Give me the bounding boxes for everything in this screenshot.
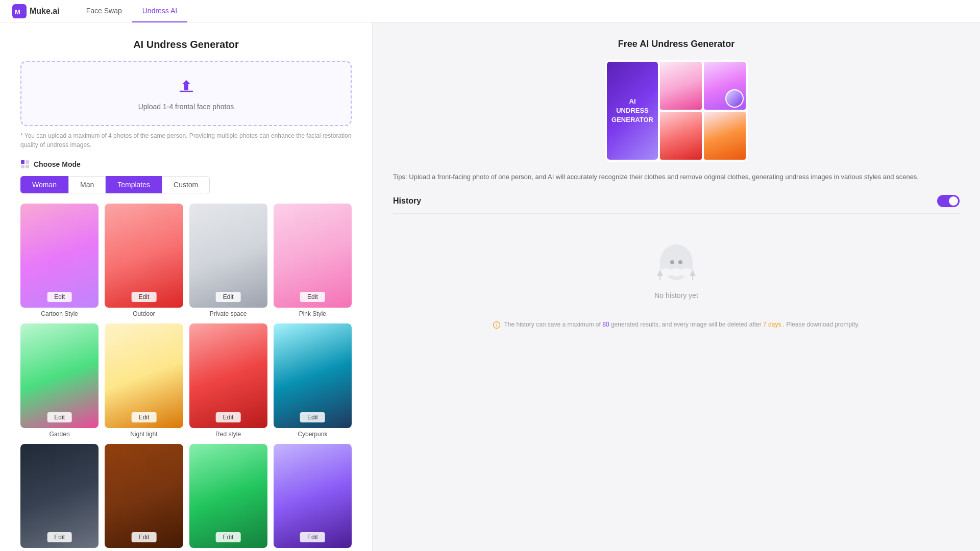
style-garden[interactable]: Edit Garden <box>20 323 99 437</box>
svg-point-12 <box>678 260 682 264</box>
header: M Muke.ai Face Swap Undress AI <box>0 0 980 22</box>
style-red-label: Red style <box>189 431 267 438</box>
logo-icon: M <box>12 4 27 18</box>
history-toggle[interactable] <box>937 195 960 207</box>
promo-text: AI UNDRESS GENERATOR <box>611 97 653 125</box>
style-private-label: Private space <box>189 310 267 317</box>
edit-night-btn[interactable]: Edit <box>132 412 157 422</box>
upload-label: Upload 1-4 frontal face photos <box>32 103 340 111</box>
left-panel: AI Undress Generator Upload 1-4 frontal … <box>0 22 373 551</box>
history-note: i The history can save a maximum of 80 g… <box>393 320 960 330</box>
style-pink[interactable]: Edit Pink Style <box>274 204 352 317</box>
right-panel: Free AI Undress Generator AI UNDRESS GEN… <box>373 22 980 551</box>
tab-custom[interactable]: Custom <box>162 176 210 193</box>
style-cartoon-label: Cartoon Style <box>20 310 99 317</box>
upload-note: * You can upload a maximum of 4 photos o… <box>20 131 352 149</box>
promo-text-cell: AI UNDRESS GENERATOR <box>607 62 658 160</box>
edit-leopard-btn[interactable]: Edit <box>132 532 157 542</box>
promo-cell-4 <box>704 112 746 160</box>
empty-history: No history yet <box>393 224 960 320</box>
choose-mode-label: Choose Mode <box>20 160 352 169</box>
style-green[interactable]: Edit Green Style <box>189 444 267 551</box>
history-title: History <box>393 196 421 206</box>
tab-woman[interactable]: Woman <box>20 176 68 193</box>
right-title: Free AI Undress Generator <box>393 39 960 49</box>
style-private[interactable]: Edit Private space <box>189 204 267 317</box>
style-cyber-label: Cyberpunk <box>274 431 352 438</box>
svg-rect-2 <box>21 160 24 164</box>
style-cyber[interactable]: Edit Cyberpunk <box>274 323 352 437</box>
main-layout: AI Undress Generator Upload 1-4 frontal … <box>0 22 980 551</box>
svg-point-11 <box>670 260 674 264</box>
nav-undress-ai[interactable]: Undress AI <box>132 0 187 22</box>
toggle-knob <box>949 196 958 206</box>
upload-area[interactable]: Upload 1-4 frontal face photos <box>20 61 352 126</box>
tab-templates[interactable]: Templates <box>106 176 162 193</box>
mode-icon <box>20 160 30 169</box>
style-garden-label: Garden <box>20 431 99 438</box>
style-outdoor-label: Outdoor <box>105 310 183 317</box>
style-red[interactable]: Edit Red style <box>189 323 267 437</box>
promo-image-grid: AI UNDRESS GENERATOR <box>605 60 748 162</box>
edit-pink-btn[interactable]: Edit <box>300 292 325 302</box>
history-header: History <box>393 195 960 214</box>
svg-rect-5 <box>26 165 29 168</box>
tab-man[interactable]: Man <box>68 176 106 193</box>
edit-private-btn[interactable]: Edit <box>216 292 241 302</box>
tips-text: Tips: Upload a front-facing photo of one… <box>393 172 960 183</box>
style-cartoon[interactable]: Edit Cartoon Style <box>20 204 99 317</box>
style-black[interactable]: Edit Black Style <box>20 444 99 551</box>
promo-cell-2 <box>704 62 746 110</box>
edit-green-btn[interactable]: Edit <box>216 532 241 542</box>
edit-black-btn[interactable]: Edit <box>47 532 72 542</box>
promo-cell-1 <box>660 62 702 110</box>
style-night-label: Night light <box>105 431 183 438</box>
svg-text:M: M <box>15 8 20 16</box>
edit-outdoor-btn[interactable]: Edit <box>132 292 157 302</box>
page-title: AI Undress Generator <box>20 39 352 51</box>
info-icon: i <box>493 321 500 329</box>
empty-text: No history yet <box>393 291 960 299</box>
svg-rect-4 <box>21 165 24 168</box>
promo-cell-3 <box>660 112 702 160</box>
style-night[interactable]: Edit Night light <box>105 323 183 437</box>
edit-red-btn[interactable]: Edit <box>216 412 241 422</box>
upload-icon <box>32 76 340 98</box>
logo-text: Muke.ai <box>30 7 60 16</box>
main-nav: Face Swap Undress AI <box>76 0 188 22</box>
edit-cartoon-btn[interactable]: Edit <box>47 292 72 302</box>
style-pink-label: Pink Style <box>274 310 352 317</box>
svg-rect-3 <box>26 160 29 164</box>
style-purple[interactable]: Edit Purple Style <box>274 444 352 551</box>
style-outdoor[interactable]: Edit Outdoor <box>105 204 183 317</box>
style-leopard[interactable]: Edit Leopard print <box>105 444 183 551</box>
avatar-circle <box>725 89 744 108</box>
edit-cyber-btn[interactable]: Edit <box>300 412 325 422</box>
edit-purple-btn[interactable]: Edit <box>300 532 325 542</box>
empty-icon <box>646 234 707 285</box>
edit-garden-btn[interactable]: Edit <box>47 412 72 422</box>
mode-tabs: Woman Man Templates Custom <box>20 176 352 193</box>
logo[interactable]: M Muke.ai <box>12 4 60 18</box>
nav-face-swap[interactable]: Face Swap <box>76 0 132 22</box>
style-grid: Edit Cartoon Style Edit Outdoor Edit Pri… <box>20 204 352 551</box>
svg-text:i: i <box>496 323 498 328</box>
